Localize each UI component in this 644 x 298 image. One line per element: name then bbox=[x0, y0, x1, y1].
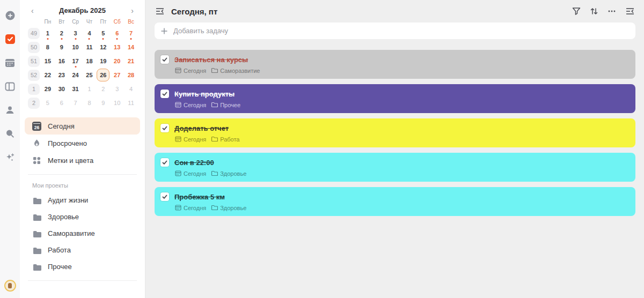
calendar-day[interactable]: 23 bbox=[55, 69, 68, 81]
task-card[interactable]: Доделать отчет Сегодня Работа bbox=[155, 118, 635, 147]
calendar-day[interactable]: 9 bbox=[55, 41, 68, 54]
sidebar-nav: 26 Сегодня Просрочено Метки и цвета bbox=[25, 117, 140, 169]
task-card[interactable]: Записаться на курсы Сегодня Саморазвитие bbox=[155, 50, 635, 79]
calendar-icon bbox=[175, 67, 181, 74]
week-number: 52 bbox=[28, 70, 40, 81]
sidebar-toggle-icon[interactable] bbox=[155, 6, 165, 17]
sidebar-project-work[interactable]: Работа bbox=[25, 242, 140, 258]
calendar-day[interactable]: 3 bbox=[111, 83, 123, 95]
calendar-day[interactable]: 6 bbox=[111, 27, 123, 40]
calendar-day[interactable]: 31 bbox=[69, 83, 82, 95]
task-checkbox[interactable] bbox=[160, 90, 169, 98]
calendar-day[interactable]: 11 bbox=[125, 96, 137, 109]
calendar-day[interactable]: 4 bbox=[83, 27, 96, 40]
task-date: Сегодня bbox=[175, 101, 206, 108]
calendar-day[interactable]: 1 bbox=[41, 27, 54, 40]
calendar-day[interactable]: 16 bbox=[55, 55, 68, 68]
calendar-day[interactable]: 21 bbox=[125, 55, 137, 68]
calendar-day[interactable]: 13 bbox=[111, 41, 123, 54]
kanban-board-icon[interactable] bbox=[5, 81, 16, 92]
sidebar-item-label: Просрочено bbox=[48, 139, 87, 147]
calendar-day[interactable]: 26 bbox=[97, 69, 109, 81]
sidebar-project-audit[interactable]: Аудит жизни bbox=[25, 192, 140, 208]
filter-icon[interactable] bbox=[572, 6, 581, 16]
calendar-day[interactable]: 7 bbox=[69, 96, 82, 109]
folder-icon bbox=[211, 101, 218, 108]
calendar-day[interactable]: 29 bbox=[41, 83, 54, 95]
calendar-day[interactable]: 25 bbox=[83, 69, 96, 81]
calendar-day[interactable]: 1 bbox=[83, 83, 96, 95]
folder-icon bbox=[211, 204, 218, 211]
add-circle-icon[interactable] bbox=[5, 10, 16, 21]
calendar-day[interactable]: 22 bbox=[41, 69, 54, 81]
sidebar-item-label: Метки и цвета bbox=[48, 157, 93, 165]
calendar-day[interactable]: 5 bbox=[97, 27, 109, 40]
task-checkbox[interactable] bbox=[160, 192, 169, 201]
calendar-month-title: Декабрь 2025 bbox=[59, 6, 106, 14]
calendar-day[interactable]: 30 bbox=[55, 83, 68, 95]
page-title: Сегодня, пт bbox=[171, 7, 572, 16]
calendar-day[interactable]: 8 bbox=[83, 96, 96, 109]
search-icon[interactable] bbox=[5, 128, 16, 139]
task-checkbox[interactable] bbox=[160, 124, 169, 132]
calendar-day[interactable]: 27 bbox=[111, 69, 123, 81]
sidebar-item-overdue[interactable]: Просрочено bbox=[25, 135, 140, 152]
calendar-day[interactable]: 11 bbox=[83, 41, 96, 54]
sidebar-item-today[interactable]: 26 Сегодня bbox=[25, 117, 140, 135]
weekday-label: Сб bbox=[114, 17, 121, 26]
sidebar-project-misc[interactable]: Прочее bbox=[25, 258, 140, 275]
week-number: 1 bbox=[28, 84, 40, 95]
left-icon-rail bbox=[0, 0, 20, 298]
task-card[interactable]: Сон в 22:00 Сегодня Здоровье bbox=[155, 153, 635, 182]
calendar-icon bbox=[175, 170, 181, 177]
calendar-icon bbox=[175, 204, 181, 211]
calendar-day[interactable]: 4 bbox=[125, 83, 137, 95]
ai-sparkles-icon[interactable] bbox=[5, 152, 16, 162]
user-avatar[interactable] bbox=[4, 280, 16, 292]
task-card[interactable]: Купить продукты Сегодня Прочее bbox=[155, 84, 635, 113]
calendar-day[interactable]: 8 bbox=[41, 41, 54, 54]
calendar-day[interactable]: 6 bbox=[55, 96, 68, 109]
task-meta: Сегодня Прочее bbox=[175, 101, 628, 108]
calendar-day[interactable]: 10 bbox=[69, 41, 82, 54]
calendar-day[interactable]: 3 bbox=[69, 27, 82, 40]
calendar-day[interactable]: 24 bbox=[69, 69, 82, 81]
sort-icon[interactable] bbox=[589, 6, 599, 16]
tasks-check-icon[interactable] bbox=[5, 34, 16, 44]
calendar-day[interactable]: 2 bbox=[97, 83, 109, 95]
calendar-day[interactable]: 12 bbox=[97, 41, 109, 54]
more-icon[interactable] bbox=[607, 6, 617, 16]
calendar-day[interactable]: 7 bbox=[125, 27, 137, 40]
calendar-day[interactable]: 18 bbox=[83, 55, 96, 68]
calendar-day[interactable]: 15 bbox=[41, 55, 54, 68]
add-task-bar[interactable] bbox=[155, 23, 635, 39]
contacts-icon[interactable] bbox=[5, 105, 16, 115]
add-task-input[interactable] bbox=[173, 27, 630, 35]
calendar-prev-icon[interactable]: ‹ bbox=[30, 7, 35, 14]
calendar-day[interactable]: 19 bbox=[97, 55, 109, 68]
folder-icon bbox=[32, 212, 41, 221]
calendar-header: ‹ Декабрь 2025 › bbox=[25, 3, 140, 17]
folder-icon bbox=[32, 229, 41, 238]
calendar-day[interactable]: 20 bbox=[111, 55, 123, 68]
sidebar-item-tags-colors[interactable]: Метки и цвета bbox=[25, 152, 140, 169]
calendar-day[interactable]: 2 bbox=[55, 27, 68, 40]
task-date: Сегодня bbox=[175, 204, 206, 211]
calendar-day[interactable]: 14 bbox=[125, 41, 137, 54]
project-label: Работа bbox=[48, 246, 71, 254]
calendar-next-icon[interactable]: › bbox=[130, 7, 135, 14]
calendar-day[interactable]: 28 bbox=[125, 69, 137, 81]
task-meta: Сегодня Работа bbox=[175, 136, 628, 143]
calendar-icon[interactable] bbox=[5, 57, 16, 68]
task-project: Прочее bbox=[211, 101, 240, 108]
calendar-day[interactable]: 5 bbox=[41, 96, 54, 109]
panel-collapse-icon[interactable] bbox=[625, 6, 635, 17]
task-card[interactable]: Пробежка 5 км Сегодня Здоровье bbox=[155, 187, 635, 216]
task-checkbox[interactable] bbox=[160, 55, 169, 64]
task-checkbox[interactable] bbox=[160, 158, 169, 167]
sidebar-project-selfdev[interactable]: Саморазвитие bbox=[25, 225, 140, 242]
calendar-day[interactable]: 10 bbox=[111, 96, 123, 109]
calendar-day[interactable]: 9 bbox=[97, 96, 109, 109]
calendar-day[interactable]: 17 bbox=[69, 55, 82, 68]
sidebar-project-health[interactable]: Здоровье bbox=[25, 208, 140, 225]
